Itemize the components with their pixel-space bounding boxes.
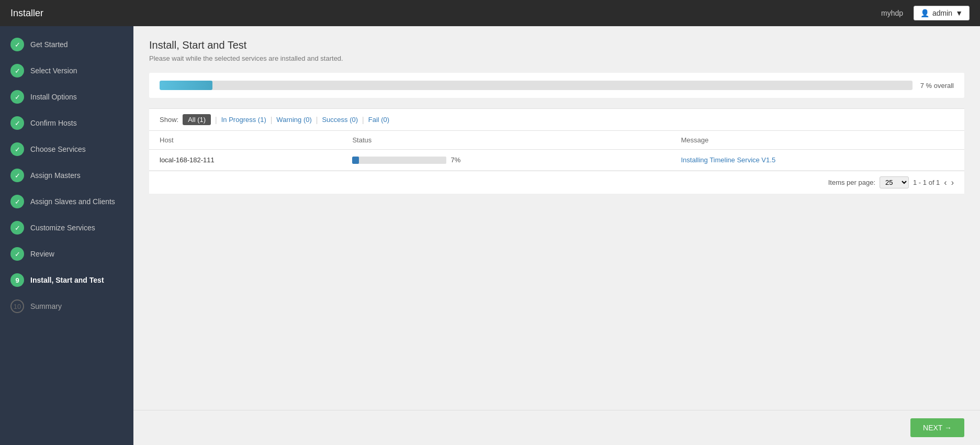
sidebar-item-review[interactable]: ✓ Review	[0, 241, 133, 267]
sidebar-label-select-version: Select Version	[30, 66, 77, 75]
pagination-prev-icon[interactable]: ‹	[944, 178, 947, 187]
sep-3: |	[316, 116, 318, 124]
sidebar-label-assign-masters: Assign Masters	[30, 171, 81, 180]
step-circle-8: ✓	[10, 221, 24, 235]
row-progress-bg	[352, 157, 446, 164]
pagination-per-page-select[interactable]: 25 50 100	[880, 176, 909, 188]
sidebar-label-install-start-test: Install, Start and Test	[30, 276, 104, 284]
overall-progress-bar-fill	[160, 81, 212, 90]
step-circle-4: ✓	[10, 116, 24, 130]
sidebar-item-assign-masters[interactable]: ✓ Assign Masters	[0, 162, 133, 188]
chevron-down-icon: ▼	[955, 9, 963, 17]
main-layout: ✓ Get Started ✓ Select Version ✓ Install…	[0, 26, 980, 445]
page-title: Install, Start and Test	[149, 39, 964, 51]
step-circle-11: 10	[10, 299, 24, 313]
step-circle-2: ✓	[10, 64, 24, 77]
step-circle-3: ✓	[10, 90, 24, 104]
sidebar-label-get-started: Get Started	[30, 40, 68, 49]
content-inner: Install, Start and Test Please wait whil…	[133, 26, 980, 410]
page-subtitle: Please wait while the selected services …	[149, 54, 964, 62]
table-row: local-168-182-111 7% Install	[149, 150, 964, 171]
step-circle-7: ✓	[10, 195, 24, 208]
row-progress-fill	[352, 157, 359, 164]
cell-status: 7%	[342, 150, 670, 171]
pagination-items-label: Items per page:	[828, 179, 875, 186]
content-area: Install, Start and Test Please wait whil…	[133, 26, 980, 445]
row-progress-wrap: 7%	[352, 156, 660, 164]
sep-1: |	[215, 116, 217, 124]
step-circle-10: 9	[10, 273, 24, 287]
col-host: Host	[149, 131, 342, 150]
sidebar-item-confirm-hosts[interactable]: ✓ Confirm Hosts	[0, 110, 133, 136]
filter-row: Show: All (1) | In Progress (1) | Warnin…	[149, 108, 964, 131]
col-status: Status	[342, 131, 670, 150]
sidebar-item-install-start-test[interactable]: 9 Install, Start and Test	[0, 267, 133, 293]
filter-warning-link[interactable]: Warning (0)	[276, 116, 311, 124]
admin-label: admin	[932, 9, 952, 17]
message-link[interactable]: Installing Timeline Service V1.5	[681, 156, 775, 164]
step-circle-1: ✓	[10, 38, 24, 51]
sidebar-item-assign-slaves[interactable]: ✓ Assign Slaves and Clients	[0, 188, 133, 215]
sidebar-item-install-options[interactable]: ✓ Install Options	[0, 84, 133, 110]
sidebar: ✓ Get Started ✓ Select Version ✓ Install…	[0, 26, 133, 445]
row-progress-pct: 7%	[450, 156, 460, 164]
cell-host: local-168-182-111	[149, 150, 342, 171]
pagination-range: 1 - 1 of 1	[913, 179, 940, 186]
sidebar-item-get-started[interactable]: ✓ Get Started	[0, 31, 133, 58]
step-circle-6: ✓	[10, 169, 24, 182]
step-circle-5: ✓	[10, 142, 24, 156]
pagination-row: Items per page: 25 50 100 1 - 1 of 1 ‹ ›	[149, 171, 964, 194]
filter-success-link[interactable]: Success (0)	[322, 116, 358, 124]
admin-menu[interactable]: 👤 admin ▼	[914, 6, 970, 20]
sidebar-item-customize-services[interactable]: ✓ Customize Services	[0, 215, 133, 241]
next-button[interactable]: NEXT →	[910, 418, 964, 437]
header-right: myhdp 👤 admin ▼	[881, 6, 970, 20]
sidebar-label-install-options: Install Options	[30, 93, 77, 101]
sidebar-label-confirm-hosts: Confirm Hosts	[30, 119, 77, 127]
sidebar-label-review: Review	[30, 250, 54, 258]
header: Installer myhdp 👤 admin ▼	[0, 0, 980, 26]
footer: NEXT →	[133, 410, 980, 445]
sidebar-label-summary: Summary	[30, 302, 62, 310]
table-container: Show: All (1) | In Progress (1) | Warnin…	[149, 108, 964, 194]
overall-progress-container: 7 % overall	[149, 73, 964, 98]
sidebar-item-choose-services[interactable]: ✓ Choose Services	[0, 136, 133, 162]
hosts-table: Host Status Message local-168-182-111	[149, 131, 964, 171]
col-message: Message	[670, 131, 964, 150]
sidebar-label-assign-slaves: Assign Slaves and Clients	[30, 197, 115, 206]
user-icon: 👤	[920, 9, 929, 17]
cluster-name: myhdp	[881, 9, 903, 17]
overall-progress-bar-bg	[160, 81, 913, 90]
app-title: Installer	[10, 8, 43, 19]
cell-message: Installing Timeline Service V1.5	[670, 150, 964, 171]
filter-show-label: Show:	[160, 116, 178, 124]
sep-4: |	[362, 116, 364, 124]
sep-2: |	[271, 116, 273, 124]
sidebar-item-select-version[interactable]: ✓ Select Version	[0, 58, 133, 84]
filter-in-progress-link[interactable]: In Progress (1)	[221, 116, 266, 124]
step-circle-9: ✓	[10, 247, 24, 261]
filter-fail-link[interactable]: Fail (0)	[368, 116, 389, 124]
overall-progress-label: 7 % overall	[920, 82, 954, 90]
sidebar-item-summary[interactable]: 10 Summary	[0, 293, 133, 319]
sidebar-label-choose-services: Choose Services	[30, 145, 86, 153]
filter-all-button[interactable]: All (1)	[183, 114, 211, 125]
sidebar-label-customize-services: Customize Services	[30, 224, 95, 232]
pagination-next-icon[interactable]: ›	[951, 178, 954, 187]
